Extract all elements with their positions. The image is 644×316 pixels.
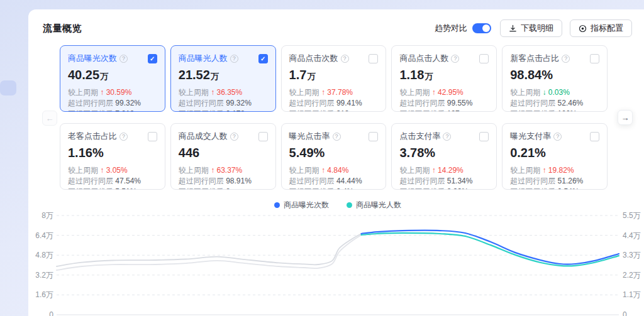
help-icon[interactable]: ? bbox=[341, 55, 349, 63]
card-header: 曝光点击率? bbox=[289, 131, 379, 142]
metric-card[interactable]: 点击支付率?3.78%较上周期 ↑ 14.29%超过同行同层 51.34%同行同… bbox=[391, 123, 497, 190]
card-checkbox[interactable]: ✓ bbox=[258, 54, 268, 63]
help-icon[interactable]: ? bbox=[230, 133, 238, 141]
peer-percentile-row: 超过同行同层 52.46% bbox=[510, 98, 599, 109]
cards-next-button[interactable]: → bbox=[618, 110, 633, 125]
period-compare-row: 较上周期 ↑ 30.59% bbox=[68, 87, 157, 98]
card-header: 商品成交人数? bbox=[179, 131, 268, 142]
prev-arrow-icon: ← bbox=[46, 114, 54, 123]
metric-config-label: 指标配置 bbox=[591, 23, 623, 34]
trend-compare-toggle[interactable] bbox=[472, 23, 491, 33]
page-title: 流量概览 bbox=[43, 23, 82, 35]
card-value: 446 bbox=[179, 146, 268, 161]
card-title: 商品点击人数 bbox=[399, 53, 448, 64]
trend-compare-label: 趋势对比 bbox=[435, 23, 467, 34]
period-change-value: ↑ 4.84% bbox=[321, 166, 348, 175]
card-title: 点击支付率 bbox=[399, 131, 440, 142]
metric-card[interactable]: 老客点击占比?1.16%较上周期 ↑ 3.05%超过同行同层 47.54%同行同… bbox=[60, 123, 165, 190]
metric-card[interactable]: 商品成交人数?446较上周期 ↑ 63.37%超过同行同层 98.91%同行同层… bbox=[170, 123, 276, 190]
card-header: 商品点击人数? bbox=[399, 53, 489, 64]
metric-card[interactable]: 商品曝光次数?✓40.25万较上周期 ↑ 30.59%超过同行同层 99.32%… bbox=[60, 45, 165, 112]
cards-prev-button[interactable]: ← bbox=[42, 111, 57, 126]
help-icon[interactable]: ? bbox=[443, 133, 451, 141]
metric-card[interactable]: 商品曝光人数?✓21.52万较上周期 ↑ 36.35%超过同行同层 99.32%… bbox=[170, 45, 276, 112]
peer-percentile-row: 超过同行同层 99.32% bbox=[68, 98, 157, 109]
metric-card[interactable]: 商品点击次数?1.7万较上周期 ↑ 37.78%超过同行同层 99.41%同行同… bbox=[281, 45, 387, 112]
peer-percentile-row: 超过同行同层 47.54% bbox=[68, 176, 157, 187]
card-checkbox[interactable] bbox=[590, 54, 599, 63]
card-checkbox[interactable] bbox=[479, 132, 489, 141]
trend-chart: 8万6.4万4.8万3.2万1.6万05.5万4.4万3.3万2.2万1.1万0 bbox=[28, 210, 644, 316]
peer-percentile-row: 超过同行同层 51.34% bbox=[399, 176, 489, 187]
card-stats: 较上周期 ↑ 63.37%超过同行同层 98.91%同行同层优秀 8 bbox=[179, 165, 268, 190]
card-value: 5.49% bbox=[289, 146, 379, 161]
y-axis-tick-right: 4.4万 bbox=[623, 230, 644, 241]
card-header: 老客点击占比? bbox=[68, 131, 157, 142]
help-icon[interactable]: ? bbox=[230, 55, 238, 63]
next-arrow-icon: → bbox=[621, 113, 630, 123]
metric-cards-grid: 商品曝光次数?✓40.25万较上周期 ↑ 30.59%超过同行同层 99.32%… bbox=[60, 45, 608, 190]
download-details-button[interactable]: 下载明细 bbox=[500, 19, 562, 37]
metric-card[interactable]: 曝光点击率?5.49%较上周期 ↑ 4.84%超过同行同层 44.44%同行同层… bbox=[281, 123, 387, 190]
card-checkbox[interactable] bbox=[590, 132, 599, 141]
y-axis-tick-left: 8万 bbox=[28, 210, 53, 221]
card-stats: 较上周期 ↑ 19.82%超过同行同层 51.26%同行同层优秀 0.54% bbox=[510, 165, 599, 190]
help-icon[interactable]: ? bbox=[119, 55, 128, 63]
card-checkbox[interactable]: ✓ bbox=[148, 54, 157, 63]
card-header: 商品曝光次数?✓ bbox=[68, 53, 157, 64]
peer-percentile-row: 超过同行同层 98.91% bbox=[179, 176, 268, 187]
card-checkbox[interactable] bbox=[258, 132, 268, 141]
card-header: 曝光支付率? bbox=[510, 131, 599, 142]
series-line bbox=[362, 233, 619, 266]
period-compare-row: 较上周期 ↑ 14.29% bbox=[399, 165, 489, 176]
metric-config-button[interactable]: 指标配置 bbox=[570, 19, 632, 37]
card-header: 新客点击占比? bbox=[510, 53, 599, 64]
help-icon[interactable]: ? bbox=[333, 133, 341, 141]
card-checkbox[interactable] bbox=[148, 132, 157, 141]
traffic-overview-panel: 流量概览 趋势对比 下载明细 指标配置 商品 bbox=[28, 9, 644, 316]
peer-percentile-row: 超过同行同层 99.41% bbox=[289, 98, 379, 109]
background-nav-pill bbox=[0, 80, 16, 95]
card-stats: 较上周期 ↑ 14.29%超过同行同层 51.34%同行同层优秀 8.33% bbox=[399, 165, 489, 190]
period-compare-row: 较上周期 ↑ 36.35% bbox=[179, 87, 268, 98]
legend-item[interactable]: 商品曝光次数 bbox=[274, 200, 329, 210]
card-stats: 较上周期 ↑ 36.35%超过同行同层 99.32%同行同层优秀 2,178 bbox=[179, 87, 268, 112]
y-axis-tick-left: 4.8万 bbox=[28, 250, 53, 261]
card-checkbox[interactable] bbox=[369, 54, 378, 63]
peer-excellent-row: 同行同层优秀 0.54% bbox=[510, 187, 599, 190]
metric-card[interactable]: 新客点击占比?98.84%较上周期 ↓ 0.03%超过同行同层 52.46%同行… bbox=[502, 45, 608, 112]
metric-card[interactable]: 曝光支付率?0.21%较上周期 ↑ 19.82%超过同行同层 51.26%同行同… bbox=[502, 123, 608, 190]
help-icon[interactable]: ? bbox=[562, 55, 570, 63]
help-icon[interactable]: ? bbox=[553, 133, 562, 141]
y-axis-tick-right: 3.3万 bbox=[623, 250, 644, 261]
period-compare-row: 较上周期 ↓ 0.03% bbox=[510, 87, 599, 98]
card-value: 0.21% bbox=[510, 146, 599, 161]
card-checkbox[interactable] bbox=[369, 132, 378, 141]
period-compare-row: 较上周期 ↑ 37.78% bbox=[289, 87, 379, 98]
help-icon[interactable]: ? bbox=[451, 55, 459, 63]
peer-excellent-row: 同行同层优秀 100% bbox=[510, 109, 599, 112]
peer-excellent-row: 同行同层优秀 5.51% bbox=[68, 187, 157, 190]
card-title: 曝光支付率 bbox=[510, 131, 551, 142]
download-icon bbox=[509, 25, 517, 33]
card-stats: 较上周期 ↑ 3.05%超过同行同层 47.54%同行同层优秀 5.51% bbox=[68, 165, 157, 190]
download-details-label: 下载明细 bbox=[521, 23, 553, 34]
y-axis-tick-right: 0 bbox=[623, 310, 644, 316]
y-axis-tick-right: 5.5万 bbox=[623, 210, 644, 221]
help-icon[interactable]: ? bbox=[119, 133, 128, 141]
card-checkbox[interactable] bbox=[479, 54, 489, 63]
period-change-value: ↑ 30.59% bbox=[100, 88, 131, 97]
legend-item[interactable]: 商品曝光人数 bbox=[347, 200, 401, 210]
header-controls: 趋势对比 下载明细 指标配置 bbox=[435, 19, 632, 37]
chart-plot-area bbox=[57, 210, 619, 316]
period-change-value: ↑ 63.37% bbox=[211, 166, 242, 175]
card-value: 21.52万 bbox=[179, 68, 268, 84]
peer-percentile-row: 超过同行同层 99.55% bbox=[399, 98, 489, 109]
config-target-icon bbox=[579, 25, 587, 33]
period-change-value: ↑ 14.29% bbox=[432, 166, 464, 175]
metric-card[interactable]: 商品点击人数?1.18万较上周期 ↑ 42.95%超过同行同层 99.55%同行… bbox=[391, 45, 497, 112]
card-value: 98.84% bbox=[510, 68, 599, 84]
legend-label: 商品曝光次数 bbox=[284, 200, 329, 210]
y-axis-tick-left: 1.6万 bbox=[28, 290, 53, 300]
peer-excellent-row: 同行同层优秀 2,178 bbox=[179, 109, 268, 112]
